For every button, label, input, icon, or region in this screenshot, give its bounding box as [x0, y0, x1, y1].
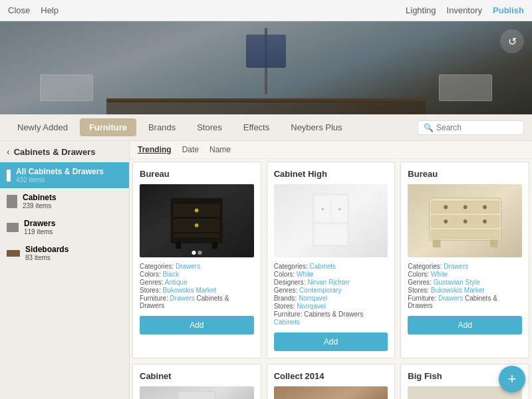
breadcrumb: Cabinets & Drawers — [14, 147, 96, 157]
brand-link[interactable]: Norrqavel — [299, 295, 327, 302]
search-icon: 🔍 — [424, 123, 434, 132]
inventory-button[interactable]: Inventory — [447, 5, 482, 15]
genre-link[interactable]: Gustavian Style — [434, 279, 480, 286]
tab-stores[interactable]: Stores — [188, 118, 231, 136]
designer-link[interactable]: Nirvan Richter — [307, 279, 349, 286]
svg-point-19 — [483, 205, 487, 209]
bureau2-illustration — [420, 192, 511, 250]
sidebar-item-label: All Cabinets & Drawers — [16, 167, 104, 176]
tab-furniture[interactable]: Furniture — [80, 118, 136, 136]
tab-newly-added[interactable]: Newly Added — [8, 118, 77, 136]
sidebar-item-sideboards[interactable]: Sideboards 83 items — [0, 240, 129, 266]
sidebar-item-label: Drawers — [24, 219, 55, 228]
svg-rect-14 — [315, 224, 347, 245]
meta-genres: Genres: Antique — [140, 279, 254, 286]
sidebar: ‹ Cabinets & Drawers All Cabinets & Draw… — [0, 141, 130, 399]
drawers-icon — [7, 223, 19, 232]
category-link[interactable]: Cabinets — [310, 263, 336, 270]
sidebar-item-cabinets[interactable]: Cabinets 239 items — [0, 188, 129, 214]
store-link[interactable]: Bukowskis Market — [431, 287, 485, 294]
back-arrow-icon: ‹ — [7, 146, 10, 157]
sort-name[interactable]: Name — [209, 145, 231, 154]
add-button-bureau1[interactable]: Add — [140, 316, 254, 334]
svg-point-12 — [321, 208, 324, 211]
meta-cabinets: Cabinets — [274, 319, 388, 326]
search-container: 🔍 — [418, 120, 524, 135]
meta-colors: Colors: White — [274, 271, 388, 278]
product-card-collect: Collect 2014 — [267, 364, 396, 399]
product-meta: Categories: Cabinets Colors: White Desig… — [274, 263, 388, 326]
hero-action-button[interactable]: ↺ — [500, 29, 524, 53]
meta-colors: Colors: Black — [140, 271, 254, 278]
sidebar-item-text: Sideboards 83 items — [25, 245, 68, 261]
product-image-collect — [274, 386, 388, 399]
sidebar-item-label: Sideboards — [25, 245, 68, 254]
tab-effects[interactable]: Effects — [234, 118, 279, 136]
content-area: ‹ Cabinets & Drawers All Cabinets & Draw… — [0, 141, 532, 399]
add-button-bureau2[interactable]: Add — [408, 316, 522, 334]
sidebar-item-text: All Cabinets & Drawers 432 items — [16, 167, 104, 184]
image-dots — [192, 251, 201, 255]
svg-rect-6 — [176, 242, 182, 249]
svg-point-22 — [463, 219, 467, 223]
store-link[interactable]: Bukowskis Market — [162, 287, 216, 294]
svg-rect-25 — [432, 239, 440, 247]
svg-rect-27 — [178, 392, 215, 399]
product-title: Cabinet High — [274, 169, 388, 179]
meta-categories: Categories: Drawers — [140, 263, 254, 270]
genre-link[interactable]: Contemporary — [299, 287, 341, 294]
genre-link[interactable]: Antique — [165, 279, 188, 286]
furniture-link[interactable]: Drawers — [438, 295, 463, 302]
sort-date[interactable]: Date — [182, 145, 199, 154]
svg-rect-5 — [174, 235, 219, 237]
sidebar-item-drawers[interactable]: Drawers 119 items — [0, 214, 129, 240]
add-button-cabinet-high[interactable]: Add — [274, 332, 388, 351]
category-link[interactable]: Drawers — [176, 263, 200, 270]
color-link[interactable]: White — [431, 271, 448, 278]
publish-button[interactable]: Publish — [493, 5, 524, 15]
sort-trending[interactable]: Trending — [138, 145, 172, 154]
sidebar-item-count: 432 items — [16, 176, 104, 184]
product-card-cabinet-high: Cabinet High Categories: Cabinets Colors — [267, 162, 396, 358]
sidebar-header[interactable]: ‹ Cabinets & Drawers — [0, 141, 129, 162]
svg-rect-7 — [212, 242, 217, 249]
all-icon — [7, 170, 11, 182]
sidebar-item-label: Cabinets — [23, 193, 57, 202]
meta-stores: Stores: Norrqavel — [274, 303, 388, 310]
furniture-link[interactable]: Drawers — [170, 295, 195, 302]
sidebar-item-count: 119 items — [24, 228, 55, 235]
cabinet2-illustration — [151, 390, 242, 399]
sidebar-item-count: 83 items — [25, 254, 68, 261]
svg-point-2 — [195, 208, 199, 212]
svg-point-17 — [444, 205, 448, 209]
category-link[interactable]: Drawers — [444, 263, 468, 270]
meta-categories: Categories: Drawers — [408, 263, 522, 270]
cabinet-illustration — [285, 192, 376, 250]
sidebar-item-count: 239 items — [23, 202, 57, 209]
tab-brands[interactable]: Brands — [139, 118, 185, 136]
meta-furniture: Furniture: Drawers Cabinets & Drawers — [408, 295, 522, 309]
product-card-cabinet: Cabinet — [132, 364, 261, 399]
tab-neybers-plus[interactable]: Neybers Plus — [281, 118, 351, 136]
help-button[interactable]: Help — [41, 5, 59, 15]
close-button[interactable]: Close — [8, 5, 30, 15]
fab-button[interactable]: + — [499, 366, 525, 392]
svg-point-4 — [195, 223, 199, 227]
svg-point-18 — [463, 205, 467, 209]
search-input[interactable] — [436, 123, 523, 132]
product-title: Bureau — [140, 169, 254, 179]
meta-genres: Genres: Gustavian Style — [408, 279, 522, 286]
svg-point-21 — [444, 219, 448, 223]
product-card-bureau2: Bureau — [400, 162, 529, 358]
product-title: Collect 2014 — [274, 371, 388, 381]
sidebar-item-all[interactable]: All Cabinets & Drawers 432 items — [0, 162, 129, 188]
cabinets-icon — [7, 195, 17, 208]
lighting-button[interactable]: Lighting — [406, 5, 436, 15]
cabinets-link[interactable]: Cabinets — [274, 319, 300, 326]
product-meta: Categories: Drawers Colors: Black Genres… — [140, 263, 254, 309]
color-link[interactable]: Black — [162, 271, 178, 278]
product-title: Cabinet — [140, 371, 254, 381]
main-content: Trending Date Name Bureau — [130, 141, 532, 399]
store-link[interactable]: Norrqavel — [297, 303, 325, 310]
color-link[interactable]: White — [297, 271, 314, 278]
